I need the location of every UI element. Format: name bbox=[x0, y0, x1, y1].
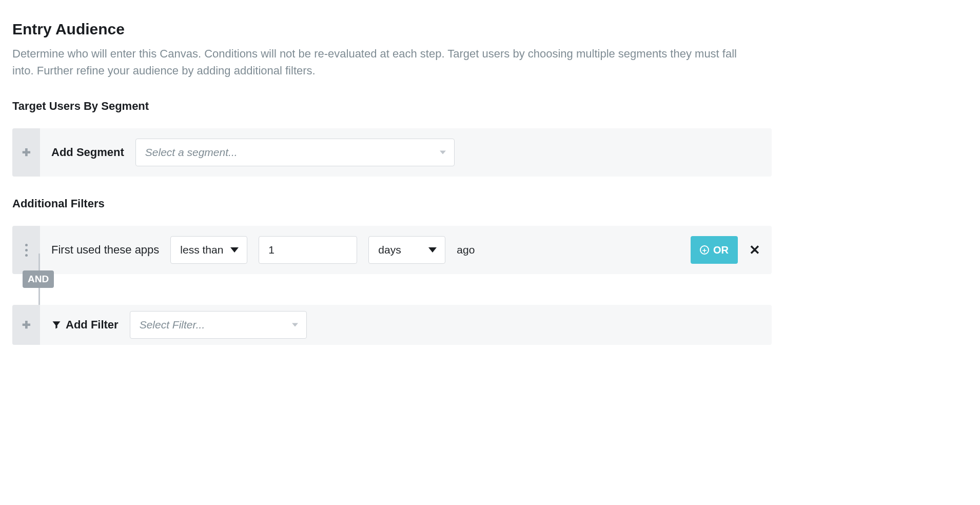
chevron-down-icon bbox=[428, 247, 437, 252]
chevron-down-icon bbox=[440, 151, 446, 154]
filter-connector: AND bbox=[12, 254, 772, 305]
add-segment-label: Add Segment bbox=[51, 146, 124, 159]
funnel-icon bbox=[51, 320, 62, 330]
add-segment-content: Add Segment Select a segment... bbox=[40, 139, 772, 166]
add-filter-select[interactable]: Select Filter... bbox=[130, 311, 307, 339]
page-description: Determine who will enter this Canvas. Co… bbox=[12, 45, 756, 79]
add-filter-label: Add Filter bbox=[51, 318, 119, 332]
add-segment-handle[interactable]: ✚ bbox=[12, 128, 40, 177]
add-segment-row: ✚ Add Segment Select a segment... bbox=[12, 128, 772, 177]
add-filter-placeholder: Select Filter... bbox=[140, 319, 205, 331]
entry-audience-panel: Entry Audience Determine who will enter … bbox=[12, 21, 772, 345]
add-filter-content: Add Filter Select Filter... bbox=[40, 311, 772, 339]
chevron-down-icon bbox=[292, 323, 298, 327]
plus-icon: ✚ bbox=[22, 147, 31, 158]
segment-select[interactable]: Select a segment... bbox=[135, 139, 455, 166]
page-title: Entry Audience bbox=[12, 21, 772, 38]
add-filter-text: Add Filter bbox=[66, 318, 119, 332]
add-filter-row: ✚ Add Filter Select Filter... bbox=[12, 305, 772, 345]
segment-select-placeholder: Select a segment... bbox=[145, 146, 238, 159]
filters-section-title: Additional Filters bbox=[12, 197, 772, 210]
chevron-down-icon bbox=[230, 247, 239, 252]
segments-section-title: Target Users By Segment bbox=[12, 100, 772, 113]
add-filter-handle[interactable]: ✚ bbox=[12, 305, 40, 345]
and-badge: AND bbox=[23, 270, 54, 288]
plus-icon: ✚ bbox=[22, 320, 31, 330]
